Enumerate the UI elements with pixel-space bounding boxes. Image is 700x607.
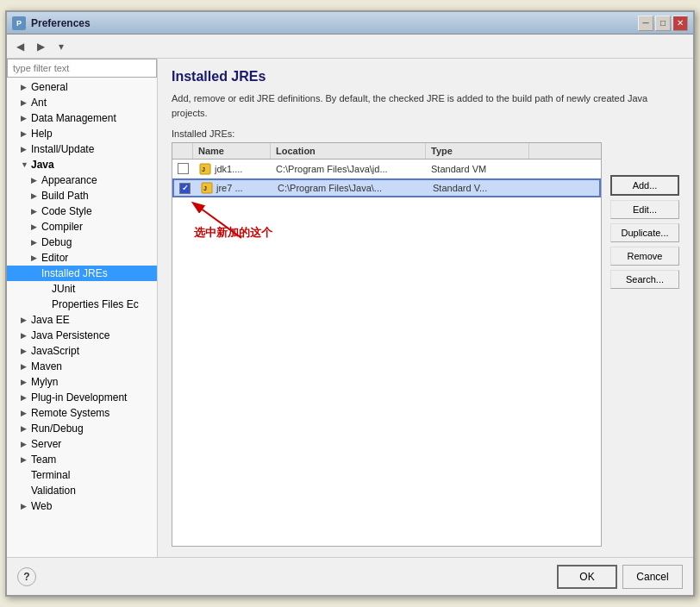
expand-arrow: ▶ <box>21 455 31 464</box>
add-button[interactable]: Add... <box>610 175 679 196</box>
help-button[interactable]: ? <box>17 567 36 586</box>
expand-arrow: ▼ <box>21 160 31 169</box>
jre-location-cell: C:\Program Files\Java\jd... <box>271 162 426 176</box>
sidebar-item-run-debug[interactable]: ▶ Run/Debug <box>7 421 157 436</box>
sidebar-item-debug[interactable]: ▶ Debug <box>7 235 157 250</box>
expand-arrow: ▶ <box>21 378 31 386</box>
window-icon: P <box>12 16 26 30</box>
sidebar-item-mylyn[interactable]: ▶ Mylyn <box>7 374 157 390</box>
sidebar-item-javascript[interactable]: ▶ JavaScript <box>7 343 157 359</box>
sidebar-item-validation[interactable]: Validation <box>7 483 157 498</box>
panel-title: Installed JREs <box>172 69 679 84</box>
sidebar-item-team[interactable]: ▶ Team <box>7 452 157 467</box>
col-header-name: Name <box>193 143 271 159</box>
col-header-type: Type <box>426 143 529 159</box>
cancel-button[interactable]: Cancel <box>622 565 683 589</box>
jre-type-cell: Standard V... <box>428 181 531 195</box>
expand-arrow: ▶ <box>21 393 31 402</box>
expand-arrow: ▶ <box>31 222 41 231</box>
sidebar-item-ant[interactable]: ▶ Ant <box>7 95 157 110</box>
expand-arrow: ▶ <box>21 440 31 448</box>
sidebar-item-java-ee[interactable]: ▶ Java EE <box>7 312 157 328</box>
svg-text:J: J <box>203 185 207 191</box>
expand-arrow: ▶ <box>21 98 31 107</box>
expand-arrow: ▶ <box>21 424 31 433</box>
sidebar-item-build-path[interactable]: ▶ Build Path <box>7 188 157 203</box>
expand-arrow: ▶ <box>21 83 31 91</box>
expand-arrow: ▶ <box>21 347 31 355</box>
jre-icon: J <box>200 182 214 194</box>
sidebar-item-junit[interactable]: JUnit <box>7 281 157 297</box>
jre-table-header: Name Location Type <box>172 143 601 160</box>
jre-location-cell: C:\Program Files\Java\... <box>272 181 428 195</box>
jre-icon: J <box>198 163 212 175</box>
ok-button[interactable]: OK <box>557 565 617 589</box>
jre-table: Name Location Type <box>172 142 602 547</box>
main-content: ▶ General ▶ Ant ▶ Data Management ▶ Help <box>7 59 693 557</box>
expand-arrow: ▶ <box>21 316 31 324</box>
right-panel: Installed JREs Add, remove or edit JRE d… <box>158 59 693 557</box>
sidebar-item-install-update[interactable]: ▶ Install/Update <box>7 141 157 157</box>
sidebar: ▶ General ▶ Ant ▶ Data Management ▶ Help <box>7 59 158 557</box>
sidebar-item-java[interactable]: ▼ Java <box>7 157 157 172</box>
sidebar-item-appearance[interactable]: ▶ Appearance <box>7 172 157 188</box>
expand-arrow: ▶ <box>21 129 31 138</box>
bottom-bar: ? OK Cancel <box>7 557 693 595</box>
sidebar-item-properties-files[interactable]: Properties Files Ec <box>7 297 157 312</box>
jre-type-cell: Standard VM <box>426 162 529 176</box>
titlebar: P Preferences ─ □ ✕ <box>7 12 693 34</box>
sidebar-item-code-style[interactable]: ▶ Code Style <box>7 203 157 219</box>
svg-text:J: J <box>202 166 205 172</box>
expand-arrow: ▶ <box>21 409 31 417</box>
sidebar-item-maven[interactable]: ▶ Maven <box>7 359 157 374</box>
remove-button[interactable]: Remove <box>610 247 679 266</box>
sidebar-item-remote-systems[interactable]: ▶ Remote Systems <box>7 405 157 421</box>
maximize-button[interactable]: □ <box>655 16 671 31</box>
sidebar-item-java-persistence[interactable]: ▶ Java Persistence <box>7 328 157 343</box>
expand-arrow: ▶ <box>21 331 31 340</box>
expand-arrow: ▶ <box>21 362 31 371</box>
edit-button[interactable]: Edit... <box>610 200 679 219</box>
sidebar-items: ▶ General ▶ Ant ▶ Data Management ▶ Help <box>7 78 157 516</box>
forward-button[interactable]: ▶ <box>31 37 50 56</box>
sidebar-item-plugin-dev[interactable]: ▶ Plug-in Development <box>7 390 157 405</box>
close-button[interactable]: ✕ <box>672 16 688 31</box>
bottom-actions: OK Cancel <box>557 565 683 589</box>
sidebar-item-editor[interactable]: ▶ Editor <box>7 250 157 266</box>
preferences-window: P Preferences ─ □ ✕ ◀ ▶ ▾ ▶ General <box>5 10 695 597</box>
action-buttons: Add... Edit... Duplicate... Remove Searc… <box>610 175 679 289</box>
sidebar-item-help[interactable]: ▶ Help <box>7 126 157 141</box>
sidebar-item-installed-jres[interactable]: Installed JREs <box>7 266 157 281</box>
sidebar-item-server[interactable]: ▶ Server <box>7 436 157 452</box>
titlebar-buttons: ─ □ ✕ <box>638 16 688 31</box>
dropdown-button[interactable]: ▾ <box>52 37 71 56</box>
minimize-button[interactable]: ─ <box>638 16 653 31</box>
duplicate-button[interactable]: Duplicate... <box>610 223 679 242</box>
search-button[interactable]: Search... <box>610 270 679 289</box>
expand-arrow: ▶ <box>31 191 41 200</box>
jre-row[interactable]: ✓ J jre7 ... <box>172 178 601 197</box>
expand-arrow: ▶ <box>21 502 31 510</box>
toolbar: ◀ ▶ ▾ <box>7 34 693 59</box>
jre-checkbox[interactable]: ✓ <box>179 183 191 194</box>
expand-arrow: ▶ <box>31 207 41 216</box>
sidebar-item-compiler[interactable]: ▶ Compiler <box>7 219 157 235</box>
jre-checkbox-cell[interactable] <box>172 161 193 176</box>
jre-checkbox-cell[interactable]: ✓ <box>174 181 195 196</box>
expand-arrow: ▶ <box>21 114 31 122</box>
col-header-check <box>172 143 193 159</box>
window-title: Preferences <box>31 17 638 29</box>
sidebar-item-web[interactable]: ▶ Web <box>7 498 157 514</box>
expand-arrow: ▶ <box>21 145 31 153</box>
jre-table-body: J jdk1.... C:\Program Files\Java\jd... S… <box>172 160 601 546</box>
table-and-buttons: Name Location Type <box>172 142 679 547</box>
jre-row[interactable]: J jdk1.... C:\Program Files\Java\jd... S… <box>172 160 601 178</box>
sidebar-item-general[interactable]: ▶ General <box>7 79 157 95</box>
sidebar-filter-input[interactable] <box>7 59 157 78</box>
jre-name-cell: J jdk1.... <box>193 161 271 177</box>
jre-checkbox[interactable] <box>178 163 189 174</box>
sidebar-item-terminal[interactable]: Terminal <box>7 467 157 483</box>
back-button[interactable]: ◀ <box>10 37 29 56</box>
sidebar-item-data-management[interactable]: ▶ Data Management <box>7 110 157 126</box>
expand-arrow: ▶ <box>31 238 41 247</box>
